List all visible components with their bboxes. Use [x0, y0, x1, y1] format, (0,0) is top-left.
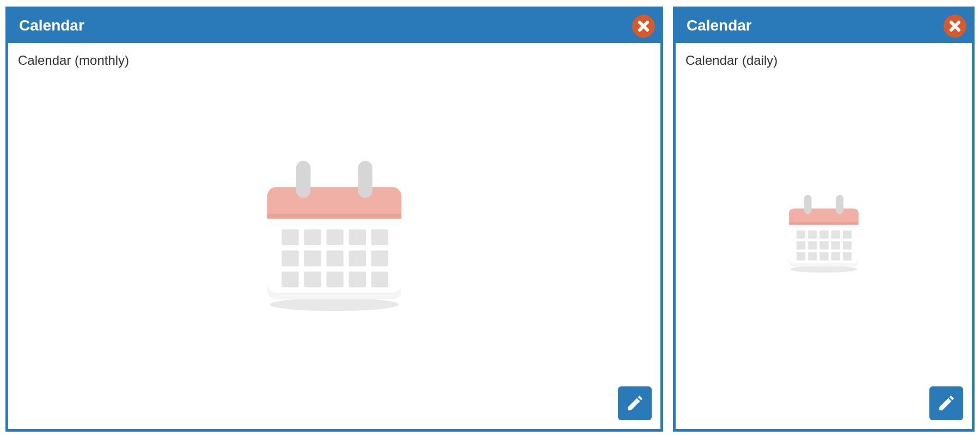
svg-rect-38 — [831, 252, 840, 261]
svg-rect-35 — [797, 252, 805, 261]
panel-subtitle: Calendar (daily) — [676, 43, 972, 68]
edit-button[interactable] — [618, 386, 652, 420]
svg-rect-27 — [819, 231, 828, 239]
panel-subtitle: Calendar (monthly) — [8, 43, 660, 68]
svg-rect-8 — [349, 229, 366, 245]
svg-rect-29 — [843, 231, 852, 239]
panel-body: Calendar (daily) — [676, 43, 972, 429]
calendar-icon — [783, 185, 865, 276]
close-icon — [948, 20, 961, 33]
panel-header: Calendar — [676, 9, 972, 43]
svg-rect-15 — [281, 271, 298, 287]
svg-rect-6 — [304, 229, 321, 245]
svg-rect-11 — [304, 251, 321, 267]
panel-title: Calendar — [687, 17, 752, 34]
svg-rect-39 — [843, 252, 852, 261]
svg-rect-14 — [371, 251, 388, 267]
svg-rect-24 — [836, 195, 843, 214]
svg-rect-19 — [371, 271, 388, 287]
svg-rect-16 — [304, 271, 321, 287]
svg-rect-18 — [349, 271, 366, 287]
panel-title: Calendar — [19, 17, 84, 34]
svg-rect-23 — [804, 195, 812, 214]
svg-rect-26 — [808, 231, 817, 239]
calendar-panel-monthly: Calendar Calendar (monthly) — [5, 7, 663, 432]
svg-rect-5 — [281, 229, 298, 245]
svg-rect-3 — [296, 161, 311, 198]
svg-rect-7 — [326, 229, 343, 245]
close-button[interactable] — [632, 15, 655, 38]
calendar-panel-daily: Calendar Calendar (daily) — [673, 7, 975, 432]
svg-rect-36 — [808, 252, 817, 261]
close-icon — [637, 20, 650, 33]
calendar-icon — [255, 141, 413, 314]
svg-rect-37 — [819, 252, 828, 261]
svg-rect-9 — [371, 229, 388, 245]
svg-rect-32 — [819, 241, 828, 250]
svg-rect-31 — [808, 241, 817, 250]
edit-button[interactable] — [929, 386, 963, 420]
svg-rect-13 — [349, 251, 366, 267]
svg-rect-30 — [797, 241, 805, 250]
svg-rect-4 — [358, 161, 372, 198]
svg-rect-33 — [831, 241, 840, 250]
svg-rect-34 — [843, 241, 852, 250]
svg-rect-25 — [797, 231, 805, 239]
svg-rect-12 — [326, 251, 343, 267]
svg-point-0 — [270, 298, 399, 311]
pencil-icon — [626, 394, 644, 413]
svg-rect-17 — [326, 271, 343, 287]
close-button[interactable] — [944, 15, 966, 38]
svg-rect-28 — [831, 231, 840, 239]
pencil-icon — [937, 394, 955, 413]
svg-point-20 — [791, 266, 857, 273]
panel-header: Calendar — [8, 9, 660, 43]
svg-rect-10 — [281, 251, 298, 267]
panel-body: Calendar (monthly) — [8, 43, 660, 429]
